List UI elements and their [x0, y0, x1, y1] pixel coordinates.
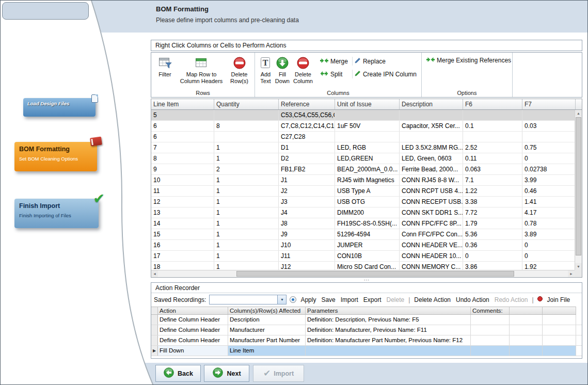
- recorder-row[interactable]: ▶Fill DownLine Item: [151, 346, 582, 356]
- bom-cell[interactable]: 0.78: [522, 218, 576, 229]
- bom-cell[interactable]: BEAD_2000mA_0.0...: [335, 164, 400, 174]
- delete-action-button[interactable]: Delete Action: [413, 296, 452, 303]
- bom-cell[interactable]: 5.36: [463, 229, 522, 239]
- wizard-step-finish-import[interactable]: Finish Import Finish Importing of Files …: [14, 199, 99, 228]
- merge-existing-references-button[interactable]: Merge Existing References: [424, 56, 513, 65]
- saved-recordings-select[interactable]: ▼: [209, 295, 287, 304]
- bom-cell[interactable]: J11: [279, 251, 335, 261]
- bom-row[interactable]: 92FB1,FB2BEAD_2000mA_0.0...Ferrite Bead,…: [151, 164, 576, 175]
- bom-cell[interactable]: Capacitor, X5R Cer...: [400, 121, 463, 131]
- recorder-cell[interactable]: [510, 315, 543, 325]
- bom-cell[interactable]: 2: [214, 164, 279, 174]
- bom-cell[interactable]: 3.89: [522, 229, 576, 239]
- bom-cell[interactable]: C53,C54,C55,C56,C...: [279, 110, 335, 120]
- fill-down-button[interactable]: Fill Down: [274, 55, 291, 85]
- bom-cell[interactable]: CONN RCPT USB 4...: [400, 186, 463, 196]
- recorder-cell[interactable]: Define Column Header: [158, 325, 228, 335]
- recorder-cell[interactable]: [306, 346, 471, 356]
- export-button[interactable]: Export: [362, 296, 383, 303]
- bom-cell[interactable]: 13: [151, 207, 214, 218]
- bom-cell[interactable]: 1uF 50V: [335, 121, 400, 131]
- bom-cell[interactable]: 0.46: [522, 186, 576, 196]
- bom-cell[interactable]: CONN FPC/FFC 8P...: [400, 218, 463, 229]
- bom-cell[interactable]: 0.11: [463, 153, 522, 164]
- bom-cell[interactable]: 7.72: [463, 207, 522, 218]
- import-recording-button[interactable]: Import: [340, 296, 359, 303]
- bom-cell[interactable]: Conn FFC/FPC Con...: [400, 229, 463, 239]
- bom-row[interactable]: 161J10JUMPERCONN HEADER VE...0.360: [151, 240, 576, 251]
- bom-cell[interactable]: 0.36: [463, 240, 522, 250]
- bom-cell[interactable]: 1: [214, 207, 279, 218]
- bom-cell[interactable]: LED 3.5X2.8MM RG...: [400, 142, 463, 153]
- bom-cell[interactable]: 4.17: [522, 207, 576, 218]
- bom-cell[interactable]: RJ45 with Magnetics: [335, 175, 400, 185]
- bom-cell[interactable]: 3.99: [522, 175, 576, 185]
- recorder-column-header[interactable]: Parameters: [306, 307, 471, 314]
- recorder-column-header[interactable]: Action: [158, 307, 228, 314]
- bom-cell[interactable]: 9: [151, 164, 214, 174]
- bom-cell[interactable]: C27,C28: [279, 132, 335, 142]
- wizard-step-bom-formatting[interactable]: BOM Formatting Set BOM Cleaning Options: [14, 142, 97, 171]
- bom-row[interactable]: 81D2LED,GREENLED, Green, 06030.110: [151, 153, 576, 164]
- bom-row[interactable]: 71D1LED, RGBLED 3.5X2.8MM RG...2.520.75: [151, 142, 576, 153]
- bom-cell[interactable]: 6: [151, 132, 214, 142]
- bom-row[interactable]: 131J4DIMM200CONN SKT DDR1 S...7.724.17: [151, 207, 576, 218]
- recorder-cell[interactable]: [543, 346, 576, 356]
- bom-cell[interactable]: [463, 110, 522, 120]
- bom-cell[interactable]: CONN HEADER VE...: [400, 240, 463, 250]
- delete-rows-button[interactable]: Delete Row(s): [227, 55, 252, 85]
- bom-row[interactable]: 111J2USB Type ACONN RCPT USB 4...1.220.4…: [151, 186, 576, 197]
- bom-cell[interactable]: [522, 132, 576, 142]
- bom-cell[interactable]: CONN HEADER 10...: [400, 251, 463, 261]
- split-button[interactable]: Split: [318, 70, 350, 78]
- bom-cell[interactable]: 5: [151, 110, 214, 120]
- bom-cell[interactable]: J4: [279, 207, 335, 218]
- bom-cell[interactable]: [214, 132, 279, 142]
- scroll-down-arrow-icon[interactable]: ▼: [575, 263, 582, 270]
- save-button[interactable]: Save: [320, 296, 336, 303]
- map-row-to-column-headers-button[interactable]: Map Row to Column Headers: [176, 55, 227, 85]
- recorder-column-header[interactable]: [543, 307, 576, 314]
- bom-row[interactable]: 101J1RJ45 with MagneticsCONN RJ45 8-8 W.…: [151, 175, 576, 186]
- bom-cell[interactable]: [335, 110, 400, 120]
- bom-cell[interactable]: 0.75: [522, 142, 576, 153]
- bom-cell[interactable]: [400, 132, 463, 142]
- bom-row[interactable]: 171J11CON10BCONN HEADER 10...00: [151, 251, 576, 262]
- bom-cell[interactable]: 1.79: [463, 218, 522, 229]
- bom-cell[interactable]: FB1,FB2: [279, 164, 335, 174]
- recorder-cell[interactable]: Manufacturer Part Number: [228, 335, 306, 345]
- recorder-row[interactable]: Define Column HeaderManufacturer Part Nu…: [151, 335, 582, 346]
- bom-cell[interactable]: 0: [522, 240, 576, 250]
- recorder-column-header[interactable]: Comments:: [471, 307, 510, 314]
- bom-cell[interactable]: 1: [214, 218, 279, 229]
- bom-cell[interactable]: CON10B: [335, 251, 400, 261]
- bom-cell[interactable]: LED, Green, 0603: [400, 153, 463, 164]
- next-button[interactable]: Next: [204, 365, 249, 382]
- recorder-cell[interactable]: [471, 315, 510, 325]
- bom-cell[interactable]: Ferrite Bead, 2000...: [400, 164, 463, 174]
- bom-row[interactable]: 5C53,C54,C55,C56,C...: [151, 110, 576, 121]
- bom-cell[interactable]: 14: [151, 218, 214, 229]
- recorder-cell[interactable]: [543, 315, 576, 325]
- recorder-cell[interactable]: [510, 325, 543, 335]
- join-file-button[interactable]: Join File: [546, 296, 571, 303]
- back-button[interactable]: Back: [155, 365, 201, 382]
- bom-cell[interactable]: 1: [214, 240, 279, 250]
- bom-cell[interactable]: 1: [214, 251, 279, 261]
- horizontal-scroll-thumb[interactable]: [236, 271, 514, 277]
- bom-cell[interactable]: 1: [214, 153, 279, 164]
- bom-cell[interactable]: 1.22: [463, 186, 522, 196]
- bom-cell[interactable]: J10: [279, 240, 335, 250]
- bom-column-header[interactable]: F7: [522, 99, 576, 109]
- bom-cell[interactable]: J1: [279, 175, 335, 185]
- bom-column-header[interactable]: Quantity: [214, 99, 279, 109]
- recorder-cell[interactable]: Line Item: [228, 346, 306, 356]
- recorder-cell[interactable]: Fill Down: [158, 346, 228, 356]
- recorder-cell[interactable]: Definition: Description, Previous Name: …: [306, 315, 471, 325]
- replace-button[interactable]: Replace: [352, 57, 419, 66]
- bom-cell[interactable]: J9: [279, 229, 335, 239]
- bom-cell[interactable]: 16: [151, 240, 214, 250]
- bom-cell[interactable]: 1.41: [522, 197, 576, 207]
- chevron-down-icon[interactable]: ▼: [277, 295, 286, 304]
- bom-cell[interactable]: 6: [151, 121, 214, 131]
